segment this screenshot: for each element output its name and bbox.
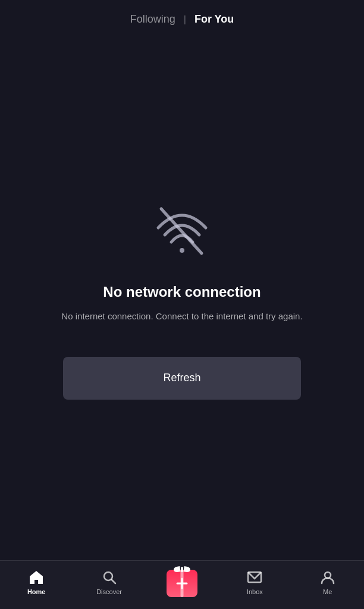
refresh-button[interactable]: Refresh — [63, 357, 301, 400]
nav-label-discover: Discover — [96, 588, 122, 595]
svg-point-7 — [325, 572, 331, 578]
bottom-nav: Home Discover — [0, 560, 364, 609]
main-content: No network connection No internet connec… — [0, 36, 364, 560]
svg-point-0 — [180, 248, 184, 253]
header-divider: | — [184, 14, 186, 25]
no-wifi-icon — [149, 197, 215, 262]
tab-following[interactable]: Following — [124, 11, 181, 28]
home-icon — [28, 569, 45, 586]
nav-label-me: Me — [323, 588, 332, 595]
inbox-icon — [246, 569, 263, 586]
nav-label-home: Home — [27, 588, 46, 595]
nav-item-inbox[interactable]: Inbox — [234, 569, 275, 595]
nav-label-inbox: Inbox — [247, 588, 263, 595]
svg-line-3 — [111, 579, 115, 583]
nav-item-discover[interactable]: Discover — [89, 569, 130, 595]
profile-icon — [319, 569, 336, 586]
search-icon — [101, 569, 118, 586]
error-title: No network connection — [103, 284, 261, 300]
nav-item-me[interactable]: Me — [307, 569, 349, 595]
nav-item-create[interactable] — [161, 567, 203, 597]
error-subtitle: No internet connection. Connect to the i… — [61, 310, 302, 324]
nav-item-home[interactable]: Home — [15, 569, 57, 595]
header: Following | For You — [0, 0, 364, 36]
tab-for-you[interactable]: For You — [189, 11, 240, 28]
